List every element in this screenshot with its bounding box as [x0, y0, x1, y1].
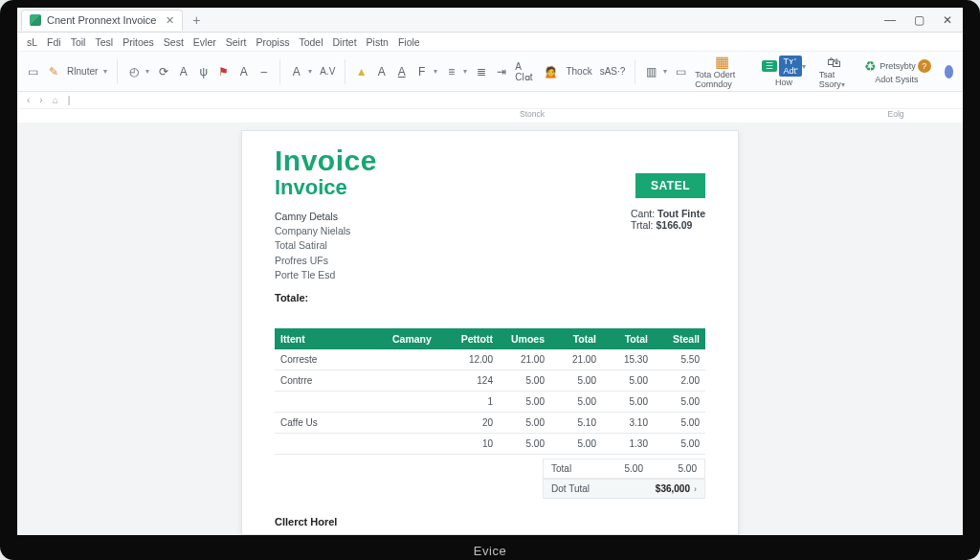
help-dot-icon[interactable]: ?: [918, 59, 931, 73]
nav-back-button[interactable]: ‹: [27, 95, 30, 105]
sublabel-right: Eolg: [838, 109, 953, 123]
menu-item[interactable]: Sest: [164, 36, 184, 48]
chevron-down-icon[interactable]: ▾: [802, 62, 806, 71]
save-button[interactable]: SATEL: [635, 173, 705, 198]
menu-item[interactable]: Propiss: [256, 36, 289, 48]
caps-a-icon[interactable]: A: [375, 64, 388, 79]
nav-sep: |: [68, 95, 71, 105]
menu-item[interactable]: Toil: [71, 36, 86, 48]
table-cell: 5.00: [499, 434, 550, 455]
align-icon[interactable]: ≡: [445, 64, 457, 79]
tab-active[interactable]: Cnent Pronnext Invoice ✕: [21, 10, 183, 31]
col-pettott: Pettott: [447, 328, 499, 349]
phi-icon[interactable]: ψ: [197, 64, 210, 79]
table-row: Contrre1245.005.005.002.00: [275, 370, 705, 392]
chevron-right-icon: ›: [694, 484, 697, 494]
abc-icon[interactable]: A: [237, 64, 250, 79]
letter-icon[interactable]: A: [177, 64, 189, 79]
globe-icon[interactable]: ◴: [127, 64, 140, 79]
sync-icon[interactable]: ⟳: [157, 64, 169, 79]
f-icon[interactable]: F: [415, 64, 428, 79]
flag-icon[interactable]: ⚑: [217, 64, 230, 79]
page-icon[interactable]: ▭: [27, 64, 39, 79]
menu-item[interactable]: sL: [27, 36, 37, 48]
thock-label[interactable]: Thock: [566, 66, 591, 77]
avatar[interactable]: [945, 65, 953, 78]
pill-blue-icon: Tʏ' Adt': [779, 56, 801, 77]
chevron-down-icon[interactable]: ▾: [463, 67, 467, 76]
tab-title: Cnent Pronnext Invoice: [47, 14, 156, 26]
col-total2: Total: [602, 328, 654, 349]
menu-item[interactable]: Pritoes: [122, 36, 154, 48]
indent-icon[interactable]: ⇥: [495, 64, 507, 79]
table-cell: 21.00: [499, 349, 550, 370]
a-cls-label[interactable]: A Clɑt: [515, 61, 536, 82]
chevron-down-icon[interactable]: ▾: [308, 67, 312, 76]
ribbon-group-pretsybty[interactable]: ♻ Pretsybty ? Adot Sysits: [862, 58, 931, 84]
small-a-icon[interactable]: A: [290, 64, 302, 79]
table-cell: 2.00: [654, 370, 705, 392]
chevron-down-icon[interactable]: ▾: [145, 67, 149, 76]
nav-forward-button[interactable]: ›: [39, 95, 42, 105]
menu-item[interactable]: Seirt: [226, 36, 247, 48]
monitor-brand: Evice: [474, 544, 506, 558]
items-table: Ittent Camany Pettott Umoes Total Total …: [275, 328, 705, 455]
ribbon-group-bag[interactable]: 🛍 Tsat Ssory ▾: [819, 54, 849, 89]
nav-strip: ‹ › ⌂ |: [17, 92, 963, 109]
maximize-button[interactable]: ▢: [911, 13, 926, 27]
menu-item[interactable]: Tesl: [95, 36, 113, 48]
cant-value: Tout Finte: [657, 208, 705, 219]
meta-line: Total Satiral: [275, 238, 377, 253]
invoice-title-small: Invoice: [275, 175, 377, 200]
table-cell: 1: [447, 392, 499, 413]
dash-icon[interactable]: –: [257, 64, 270, 79]
menu-item[interactable]: Fdi: [47, 36, 61, 48]
header-total-value: $166.09: [656, 219, 692, 231]
menu-item[interactable]: Dirtet: [333, 36, 357, 48]
close-window-button[interactable]: ✕: [940, 13, 955, 27]
stack-icon[interactable]: ▥: [645, 64, 657, 79]
book-icon[interactable]: ▭: [675, 64, 687, 79]
chevron-down-icon[interactable]: ▾: [841, 80, 845, 89]
sas-label[interactable]: sAS·?: [600, 66, 626, 77]
list-icon[interactable]: ≣: [475, 64, 487, 79]
table-cell: [275, 434, 387, 455]
menu-item[interactable]: Evler: [193, 36, 216, 48]
underline-a-icon[interactable]: A: [395, 64, 408, 79]
titlebar: Cnent Pronnext Invoice ✕ + — ▢ ✕: [17, 8, 963, 33]
table-cell: 15.30: [602, 349, 654, 370]
minimize-button[interactable]: —: [882, 13, 898, 27]
ribbon-group-tota-odert[interactable]: ▦ Tota Odert Comndoy: [695, 54, 748, 89]
chevron-down-icon[interactable]: ▾: [434, 67, 437, 76]
triangle-icon[interactable]: ▲: [355, 64, 368, 79]
close-tab-icon[interactable]: ✕: [166, 14, 174, 27]
meta-line: Profres UFs: [275, 254, 377, 268]
table-cell: Caffe Us: [275, 413, 387, 434]
chevron-down-icon[interactable]: ▾: [103, 67, 107, 76]
ribbon-sublabels: Stonck Eolg: [17, 109, 963, 123]
doc-icon: [30, 14, 41, 26]
summary-a: 5.00: [597, 459, 651, 478]
new-tab-button[interactable]: +: [187, 12, 206, 28]
menu-item[interactable]: Pistn: [367, 36, 389, 48]
meta-line: Company Nielals: [275, 224, 377, 238]
nav-home-icon[interactable]: ⌂: [53, 95, 58, 105]
chevron-down-icon[interactable]: ▾: [663, 67, 667, 76]
table-cell: 5.00: [499, 370, 550, 392]
table-cell: 5.00: [550, 434, 602, 455]
av-label[interactable]: A.V: [320, 66, 335, 77]
table-cell: [387, 349, 447, 370]
table-cell: Contrre: [275, 370, 387, 392]
table-cell: [387, 413, 447, 434]
menu-item[interactable]: Fiole: [398, 36, 420, 48]
ruler-icon[interactable]: ✎: [47, 64, 59, 79]
ribbon-group-ty-adt[interactable]: ☰ Tʏ' Adt' ▾ How: [762, 56, 805, 87]
meta-line: Porte Tle Esd: [275, 268, 377, 282]
grand-total-row[interactable]: Dot Tutal $36,000›: [543, 479, 705, 499]
ribbon: ▭ ✎ Rlnuter ▾ ◴▾ ⟳ A ψ ⚑ A – A▾ A.V ▲ A …: [17, 52, 963, 92]
person-icon[interactable]: 🙍: [544, 64, 558, 79]
grid-orange-icon: ▦: [714, 54, 729, 69]
summary-block: Total 5.00 5.00 Dot Tutal $36,000›: [543, 459, 705, 499]
menu-item[interactable]: Todel: [299, 36, 323, 48]
totals-label: Totale:: [275, 292, 377, 303]
